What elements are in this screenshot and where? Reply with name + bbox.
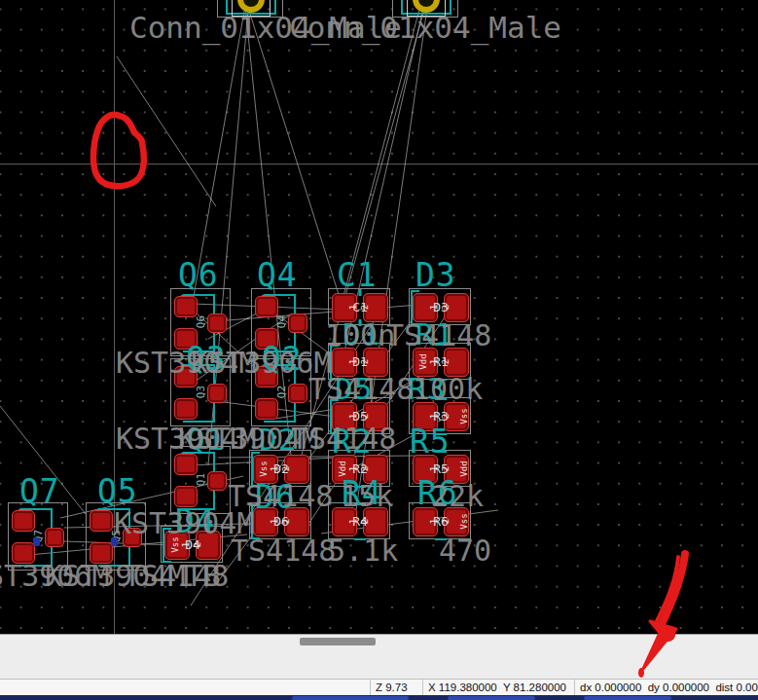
pad-1[interactable] (90, 510, 113, 532)
value-text[interactable]: 100n (325, 321, 395, 350)
pad-3[interactable] (45, 528, 64, 547)
horizontal-scrollbar-thumb[interactable] (300, 638, 376, 645)
value-text[interactable]: 100k (413, 375, 483, 404)
ref-label-Q4[interactable]: Q4 (257, 259, 298, 291)
value-text[interactable]: Conn_01x04_Male (289, 13, 561, 43)
zoom-level-indicator: Z 9.73 (376, 682, 408, 693)
pad-3[interactable] (288, 384, 307, 403)
value-text[interactable]: TS4148 (291, 424, 396, 454)
status-separator (422, 680, 423, 696)
bottom-scrollbar-area (0, 634, 758, 679)
value-text[interactable]: 470 (439, 536, 491, 566)
value-text[interactable]: 5.1k (328, 536, 398, 566)
taskbar-edge (0, 695, 758, 700)
value-text[interactable]: TS4148 (386, 321, 491, 350)
footprint-side-ref: Q6 (196, 315, 206, 328)
pad-1[interactable] (12, 510, 35, 532)
pad-1[interactable] (255, 296, 278, 317)
relative-position-indicator: dx 0.000000 dy 0.000000 dist 0.000 (580, 682, 758, 693)
value-text[interactable]: 15k (341, 482, 393, 511)
pad-2[interactable] (174, 398, 198, 420)
footprint-side-ref: Q3 (196, 386, 206, 398)
status-separator (370, 680, 371, 696)
pcb-canvas[interactable]: Q6Q4Q3Q2Q1Q7Q5C112D312D112R112VddD512R31… (0, 0, 758, 634)
cursor-position-indicator: X 119.380000 Y 81.280000 (428, 682, 566, 693)
ref-label-D3[interactable]: D3 (415, 259, 456, 291)
footprint-side-ref: Q4 (276, 315, 287, 328)
pad-1[interactable] (174, 296, 198, 317)
pad-3[interactable] (288, 313, 307, 333)
pad-3[interactable] (207, 471, 227, 491)
taskbar-highlight (292, 696, 409, 700)
pad-3[interactable] (207, 313, 227, 333)
value-text[interactable]: 22k (431, 482, 484, 511)
taskbar-highlight (448, 696, 535, 700)
ref-label-Q7[interactable]: Q7 (19, 475, 60, 507)
kicad-pcb-editor-window: Q6Q4Q3Q2Q1Q7Q5C112D312D112R112VddD512R31… (0, 0, 758, 700)
ref-label-R5[interactable]: R5 (410, 425, 451, 458)
value-text[interactable]: TS4148 (231, 536, 336, 566)
taskbar-highlight (584, 696, 671, 700)
status-separator (574, 680, 575, 696)
hidden-text-mark (33, 537, 40, 546)
status-bar: Z 9.73 X 119.380000 Y 81.280000 dx 0.000… (0, 679, 758, 695)
ref-label-C1[interactable]: C1 (337, 259, 378, 291)
footprint-side-ref: Q2 (276, 386, 287, 398)
ref-label-Q6[interactable]: Q6 (178, 259, 219, 291)
value-text[interactable]: TS4148 (124, 562, 229, 591)
pad-1[interactable] (174, 454, 198, 475)
footprint-side-ref: Q1 (196, 473, 206, 486)
pad-3[interactable] (207, 384, 227, 403)
pad-2[interactable] (255, 398, 278, 420)
ref-label-Q5[interactable]: Q5 (97, 475, 138, 507)
value-text[interactable]: TS4148 (308, 375, 414, 404)
